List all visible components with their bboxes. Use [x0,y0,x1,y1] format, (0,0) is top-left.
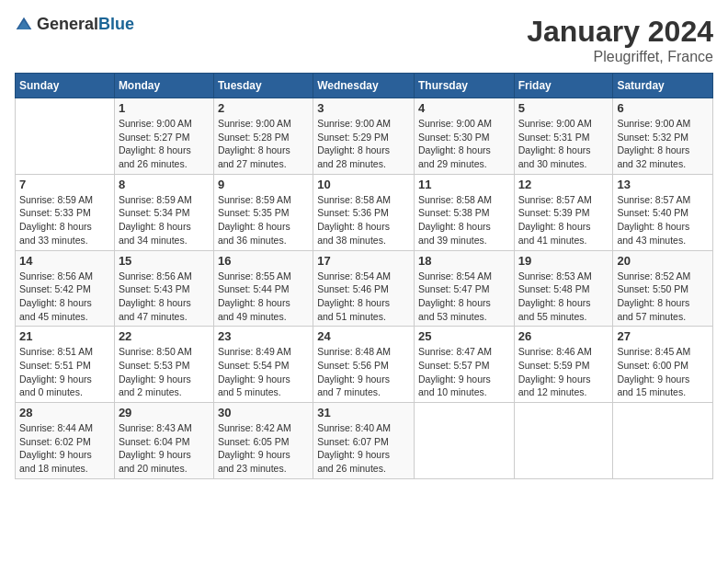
day-info: Sunrise: 8:40 AMSunset: 6:07 PMDaylight:… [317,421,410,476]
calendar-week-row: 28Sunrise: 8:44 AMSunset: 6:02 PMDayligh… [16,403,713,479]
day-info: Sunrise: 9:00 AMSunset: 5:31 PMDaylight:… [518,117,609,171]
day-number: 14 [19,254,110,268]
calendar-cell: 22Sunrise: 8:50 AMSunset: 5:53 PMDayligh… [114,327,213,403]
day-number: 24 [317,329,410,343]
day-number: 29 [119,406,210,419]
day-number: 12 [518,178,609,191]
calendar-cell: 7Sunrise: 8:59 AMSunset: 5:33 PMDaylight… [16,174,115,250]
weekday-header-cell: Thursday [414,74,514,98]
logo-text-general: General [37,15,98,33]
day-number: 19 [518,254,609,268]
calendar-cell: 9Sunrise: 8:59 AMSunset: 5:35 PMDaylight… [213,174,313,250]
calendar-cell: 5Sunrise: 9:00 AMSunset: 5:31 PMDaylight… [514,98,613,175]
day-number: 18 [418,254,510,268]
day-info: Sunrise: 9:00 AMSunset: 5:27 PMDaylight:… [119,117,210,171]
day-info: Sunrise: 8:50 AMSunset: 5:53 PMDaylight:… [119,345,210,399]
calendar-cell: 16Sunrise: 8:55 AMSunset: 5:44 PMDayligh… [213,250,313,327]
calendar-cell: 21Sunrise: 8:51 AMSunset: 5:51 PMDayligh… [16,327,115,403]
calendar-week-row: 21Sunrise: 8:51 AMSunset: 5:51 PMDayligh… [16,327,713,403]
day-number: 13 [617,178,709,191]
weekday-header-cell: Saturday [613,74,713,98]
calendar-week-row: 7Sunrise: 8:59 AMSunset: 5:33 PMDaylight… [16,174,713,250]
day-info: Sunrise: 8:57 AMSunset: 5:40 PMDaylight:… [617,193,709,247]
weekday-header-cell: Monday [114,74,213,98]
calendar-cell: 14Sunrise: 8:56 AMSunset: 5:42 PMDayligh… [16,250,115,327]
day-number: 9 [218,178,309,191]
calendar-cell: 6Sunrise: 9:00 AMSunset: 5:32 PMDaylight… [613,98,713,175]
calendar-cell: 25Sunrise: 8:47 AMSunset: 5:57 PMDayligh… [414,327,514,403]
calendar-title: January 2024 [527,15,713,49]
weekday-header-cell: Tuesday [213,74,313,98]
day-number: 4 [418,101,510,115]
day-info: Sunrise: 8:59 AMSunset: 5:35 PMDaylight:… [218,193,309,247]
calendar-cell: 30Sunrise: 8:42 AMSunset: 6:05 PMDayligh… [213,403,313,479]
calendar-week-row: 14Sunrise: 8:56 AMSunset: 5:42 PMDayligh… [16,250,713,327]
calendar-cell: 20Sunrise: 8:52 AMSunset: 5:50 PMDayligh… [613,250,713,327]
day-number: 11 [418,178,510,191]
calendar-body: 1Sunrise: 9:00 AMSunset: 5:27 PMDaylight… [16,98,713,479]
day-number: 20 [617,254,709,268]
day-info: Sunrise: 8:56 AMSunset: 5:43 PMDaylight:… [119,270,210,324]
day-number: 25 [418,329,510,343]
day-info: Sunrise: 8:48 AMSunset: 5:56 PMDaylight:… [317,345,410,399]
weekday-header-row: SundayMondayTuesdayWednesdayThursdayFrid… [16,74,713,98]
logo: GeneralBlue [15,15,134,34]
day-info: Sunrise: 9:00 AMSunset: 5:30 PMDaylight:… [418,117,510,171]
day-number: 31 [317,406,410,419]
title-block: January 2024 Pleugriffet, France [527,15,713,65]
calendar-cell [613,403,713,479]
day-number: 5 [518,101,609,115]
day-info: Sunrise: 8:49 AMSunset: 5:54 PMDaylight:… [218,345,309,399]
day-number: 17 [317,254,410,268]
day-number: 27 [617,329,709,343]
weekday-header-cell: Sunday [16,74,115,98]
calendar-cell: 26Sunrise: 8:46 AMSunset: 5:59 PMDayligh… [514,327,613,403]
logo-icon [15,16,33,34]
day-info: Sunrise: 9:00 AMSunset: 5:28 PMDaylight:… [218,117,309,171]
calendar-subtitle: Pleugriffet, France [527,49,713,65]
day-number: 22 [119,329,210,343]
calendar-cell: 27Sunrise: 8:45 AMSunset: 6:00 PMDayligh… [613,327,713,403]
day-info: Sunrise: 8:45 AMSunset: 6:00 PMDaylight:… [617,345,709,399]
day-number: 2 [218,101,309,115]
calendar-week-row: 1Sunrise: 9:00 AMSunset: 5:27 PMDaylight… [16,98,713,175]
day-number: 15 [119,254,210,268]
day-info: Sunrise: 8:43 AMSunset: 6:04 PMDaylight:… [119,421,210,476]
calendar-cell: 3Sunrise: 9:00 AMSunset: 5:29 PMDaylight… [313,98,415,175]
day-info: Sunrise: 8:59 AMSunset: 5:33 PMDaylight:… [19,193,110,247]
calendar-cell: 4Sunrise: 9:00 AMSunset: 5:30 PMDaylight… [414,98,514,175]
day-info: Sunrise: 8:51 AMSunset: 5:51 PMDaylight:… [19,345,110,399]
calendar-cell: 12Sunrise: 8:57 AMSunset: 5:39 PMDayligh… [514,174,613,250]
day-info: Sunrise: 8:54 AMSunset: 5:47 PMDaylight:… [418,270,510,324]
day-info: Sunrise: 8:56 AMSunset: 5:42 PMDaylight:… [19,270,110,324]
calendar-cell: 15Sunrise: 8:56 AMSunset: 5:43 PMDayligh… [114,250,213,327]
day-number: 26 [518,329,609,343]
weekday-header-cell: Wednesday [313,74,415,98]
calendar-cell: 24Sunrise: 8:48 AMSunset: 5:56 PMDayligh… [313,327,415,403]
day-number: 10 [317,178,410,191]
calendar-table: SundayMondayTuesdayWednesdayThursdayFrid… [15,73,713,479]
day-info: Sunrise: 9:00 AMSunset: 5:29 PMDaylight:… [317,117,410,171]
page-header: GeneralBlue January 2024 Pleugriffet, Fr… [15,15,713,65]
day-number: 3 [317,101,410,115]
calendar-cell: 2Sunrise: 9:00 AMSunset: 5:28 PMDaylight… [213,98,313,175]
day-info: Sunrise: 9:00 AMSunset: 5:32 PMDaylight:… [617,117,709,171]
calendar-cell [514,403,613,479]
calendar-cell: 31Sunrise: 8:40 AMSunset: 6:07 PMDayligh… [313,403,415,479]
weekday-header-cell: Friday [514,74,613,98]
day-info: Sunrise: 8:53 AMSunset: 5:48 PMDaylight:… [518,270,609,324]
day-info: Sunrise: 8:59 AMSunset: 5:34 PMDaylight:… [119,193,210,247]
day-number: 28 [19,406,110,419]
day-number: 1 [119,101,210,115]
calendar-cell: 29Sunrise: 8:43 AMSunset: 6:04 PMDayligh… [114,403,213,479]
calendar-cell: 18Sunrise: 8:54 AMSunset: 5:47 PMDayligh… [414,250,514,327]
day-info: Sunrise: 8:52 AMSunset: 5:50 PMDaylight:… [617,270,709,324]
day-number: 6 [617,101,709,115]
calendar-cell: 13Sunrise: 8:57 AMSunset: 5:40 PMDayligh… [613,174,713,250]
day-number: 30 [218,406,309,419]
day-info: Sunrise: 8:47 AMSunset: 5:57 PMDaylight:… [418,345,510,399]
day-info: Sunrise: 8:58 AMSunset: 5:36 PMDaylight:… [317,193,410,247]
day-info: Sunrise: 8:42 AMSunset: 6:05 PMDaylight:… [218,421,309,476]
day-info: Sunrise: 8:44 AMSunset: 6:02 PMDaylight:… [19,421,110,476]
calendar-cell: 10Sunrise: 8:58 AMSunset: 5:36 PMDayligh… [313,174,415,250]
